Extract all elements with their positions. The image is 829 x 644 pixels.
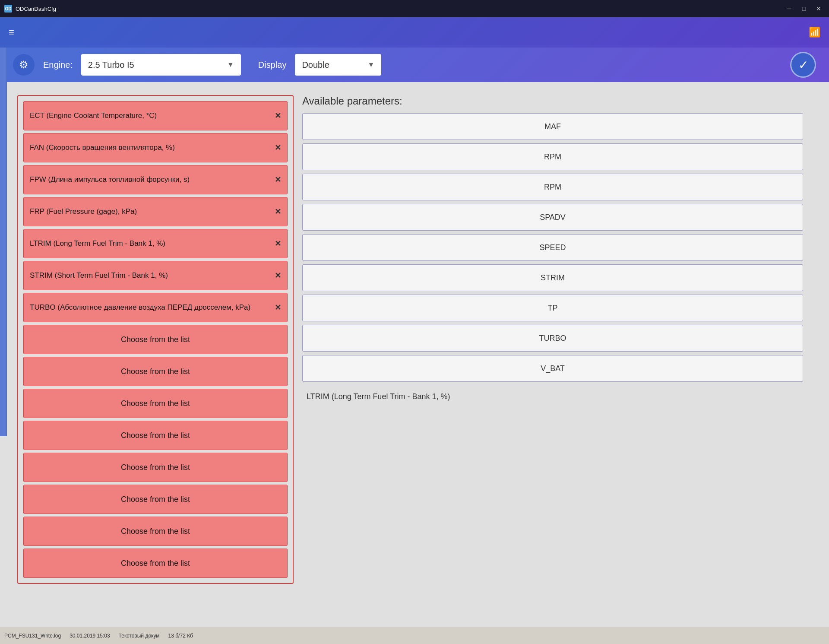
param-row-label-4: LTRIM (Long Term Fuel Trim - Bank 1, %) (30, 239, 165, 248)
title-bar-left: OD ODCanDashCfg (4, 5, 56, 13)
right-panel: Available parameters: MAFRPMRPMSPADVSPEE… (294, 95, 812, 584)
app-title: ODCanDashCfg (16, 6, 56, 12)
param-row-14[interactable]: Choose from the list (23, 549, 288, 578)
param-row-4[interactable]: LTRIM (Long Term Fuel Trim - Bank 1, %)✕ (23, 229, 288, 258)
avail-item-3[interactable]: SPADV (302, 204, 803, 231)
param-row-label-9: Choose from the list (121, 399, 190, 408)
param-close-3[interactable]: ✕ (275, 207, 281, 216)
param-row-6[interactable]: TURBO (Абсолютное давление воздуха ПЕРЕД… (23, 293, 288, 322)
app-icon: OD (4, 5, 12, 13)
param-row-0[interactable]: ECT (Engine Coolant Temperature, *C)✕ (23, 101, 288, 130)
display-chevron: ▼ (368, 61, 375, 69)
param-close-4[interactable]: ✕ (275, 239, 281, 248)
avail-item-5[interactable]: STRIM (302, 264, 803, 291)
engine-label: Engine: (43, 60, 73, 70)
display-value: Double (302, 60, 329, 70)
param-row-label-2: FPW (Длина импульса топливной форсунки, … (30, 175, 190, 184)
param-row-label-0: ECT (Engine Coolant Temperature, *C) (30, 111, 157, 120)
param-close-0[interactable]: ✕ (275, 111, 281, 121)
avail-item-0[interactable]: MAF (302, 113, 803, 140)
display-dropdown[interactable]: Double ▼ (295, 54, 381, 76)
avail-item-4[interactable]: SPEED (302, 234, 803, 261)
title-bar-controls: ─ □ ✕ (783, 3, 825, 15)
param-row-label-7: Choose from the list (121, 335, 190, 344)
engine-chevron: ▼ (227, 61, 234, 69)
param-row-1[interactable]: FAN (Скорость вращения вентилятора, %)✕ (23, 133, 288, 162)
status-item-2: 30.01.2019 15:03 (70, 633, 110, 639)
engine-value: 2.5 Turbo I5 (88, 60, 134, 70)
hamburger-icon[interactable]: ≡ (9, 27, 14, 38)
settings-bar: ⚙ Engine: 2.5 Turbo I5 ▼ Display Double … (0, 48, 829, 82)
left-panel: ECT (Engine Coolant Temperature, *C)✕FAN… (17, 95, 294, 584)
title-bar: OD ODCanDashCfg ─ □ ✕ (0, 0, 829, 17)
minimize-button[interactable]: ─ (783, 3, 795, 15)
display-label: Display (258, 60, 287, 70)
param-row-label-10: Choose from the list (121, 431, 190, 440)
param-close-5[interactable]: ✕ (275, 271, 281, 280)
left-edge-panel (0, 48, 7, 436)
status-item-1: PCM_FSU131_Write.log (4, 633, 61, 639)
status-bar: PCM_FSU131_Write.log 30.01.2019 15:03 Те… (0, 627, 829, 644)
avail-item-2[interactable]: RPM (302, 174, 803, 200)
wifi-icon: 📶 (809, 27, 820, 38)
close-button[interactable]: ✕ (813, 3, 825, 15)
param-row-label-3: FRP (Fuel Pressure (gage), kPa) (30, 207, 137, 216)
param-row-9[interactable]: Choose from the list (23, 389, 288, 418)
param-row-label-13: Choose from the list (121, 527, 190, 536)
param-row-5[interactable]: STRIM (Short Term Fuel Trim - Bank 1, %)… (23, 261, 288, 290)
param-row-3[interactable]: FRP (Fuel Pressure (gage), kPa)✕ (23, 197, 288, 226)
status-item-4: 13 б/72 Кб (168, 633, 193, 639)
available-params-title: Available parameters: (302, 95, 803, 107)
param-close-2[interactable]: ✕ (275, 175, 281, 184)
engine-dropdown[interactable]: 2.5 Turbo I5 ▼ (81, 54, 241, 76)
param-row-label-1: FAN (Скорость вращения вентилятора, %) (30, 143, 175, 152)
param-row-label-6: TURBO (Абсолютное давление воздуха ПЕРЕД… (30, 303, 250, 312)
param-row-label-11: Choose from the list (121, 463, 190, 472)
param-row-10[interactable]: Choose from the list (23, 421, 288, 450)
param-row-2[interactable]: FPW (Длина импульса топливной форсунки, … (23, 165, 288, 194)
nav-bar: ≡ 📶 (0, 17, 829, 48)
maximize-button[interactable]: □ (798, 3, 810, 15)
param-row-12[interactable]: Choose from the list (23, 485, 288, 514)
param-close-6[interactable]: ✕ (275, 303, 281, 312)
available-items-container: MAFRPMRPMSPADVSPEEDSTRIMTPTURBOV_BAT (302, 113, 803, 382)
status-item-3: Текстовый докум (119, 633, 160, 639)
param-row-8[interactable]: Choose from the list (23, 357, 288, 386)
settings-gear-button[interactable]: ⚙ (13, 54, 35, 76)
avail-item-7[interactable]: TURBO (302, 325, 803, 352)
param-row-label-5: STRIM (Short Term Fuel Trim - Bank 1, %) (30, 271, 168, 280)
confirm-button[interactable]: ✓ (790, 52, 816, 78)
param-row-label-12: Choose from the list (121, 495, 190, 504)
param-row-11[interactable]: Choose from the list (23, 453, 288, 482)
avail-item-1[interactable]: RPM (302, 143, 803, 170)
avail-item-6[interactable]: TP (302, 295, 803, 321)
main-content: ECT (Engine Coolant Temperature, *C)✕FAN… (0, 82, 829, 597)
param-row-label-8: Choose from the list (121, 367, 190, 376)
avail-item-8[interactable]: V_BAT (302, 355, 803, 382)
param-row-7[interactable]: Choose from the list (23, 325, 288, 354)
param-row-label-14: Choose from the list (121, 559, 190, 568)
param-row-13[interactable]: Choose from the list (23, 517, 288, 546)
param-close-1[interactable]: ✕ (275, 143, 281, 152)
param-description: LTRIM (Long Term Fuel Trim - Bank 1, %) (302, 388, 803, 406)
